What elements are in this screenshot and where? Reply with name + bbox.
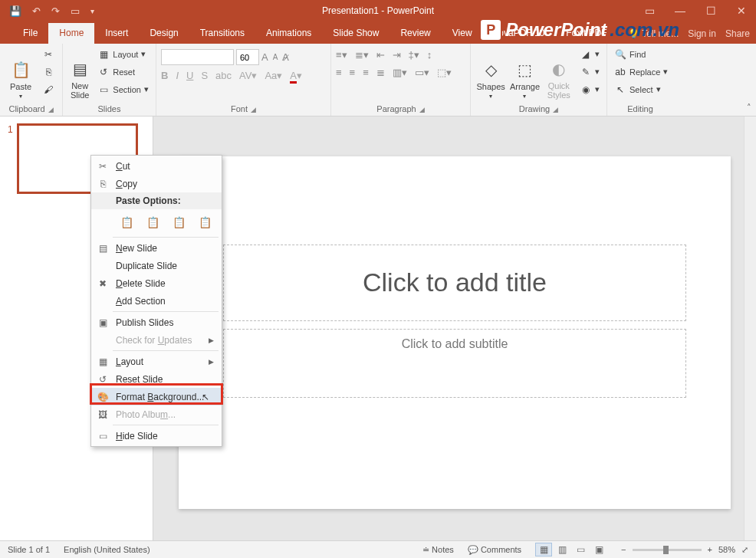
tab-review[interactable]: Review	[390, 23, 441, 44]
format-painter-button[interactable]: 🖌	[40, 81, 57, 97]
find-button[interactable]: 🔍Find	[612, 46, 670, 62]
shape-effects-button[interactable]: ◉▾	[577, 81, 602, 97]
reading-view-icon[interactable]: ▭	[572, 543, 589, 556]
tab-foxit[interactable]: Foxit PDF	[555, 23, 617, 44]
align-right-icon[interactable]: ≡	[363, 67, 369, 78]
comments-button[interactable]: 💬 Comments	[468, 545, 521, 555]
tab-insert[interactable]: Insert	[94, 23, 139, 44]
columns-icon[interactable]: ▥▾	[393, 67, 407, 78]
align-center-icon[interactable]: ≡	[350, 67, 356, 78]
slideshow-view-icon[interactable]: ▣	[590, 543, 607, 556]
indent-dec-icon[interactable]: ⇤	[376, 49, 385, 61]
fit-to-window-icon[interactable]: ⤢	[741, 545, 748, 555]
tab-design[interactable]: Design	[139, 23, 189, 44]
ctx-reset-slide[interactable]: ↺Reset Slide	[91, 370, 222, 388]
ctx-format-background[interactable]: 🎨Format Background...↖	[91, 388, 222, 405]
undo-icon[interactable]: ↶	[32, 5, 41, 17]
numbering-icon[interactable]: ≣▾	[355, 49, 369, 61]
redo-icon[interactable]: ↷	[51, 5, 60, 17]
ctx-duplicate-slide[interactable]: Duplicate Slide	[91, 257, 222, 274]
zoom-in-button[interactable]: +	[708, 545, 712, 554]
notes-button[interactable]: ≐ Notes	[422, 545, 454, 555]
tab-animations[interactable]: Animations	[255, 23, 322, 44]
ctx-layout[interactable]: ▦Layout▶	[91, 353, 222, 370]
font-size-input[interactable]	[236, 49, 259, 65]
vertical-scrollbar[interactable]	[744, 117, 756, 540]
start-from-beginning-icon[interactable]: ▭	[71, 5, 80, 17]
sign-in[interactable]: Sign in	[688, 28, 716, 39]
paragraph-launcher[interactable]: ◢	[416, 106, 425, 113]
tab-view[interactable]: View	[442, 23, 483, 44]
tab-novapdf[interactable]: novaPDF 10	[483, 23, 556, 44]
ctx-publish-slides[interactable]: ▣Publish Slides	[91, 313, 222, 331]
bullets-icon[interactable]: ≡▾	[336, 49, 347, 61]
justify-icon[interactable]: ≣	[376, 67, 385, 78]
save-icon[interactable]: 💾	[9, 5, 21, 17]
clear-format-icon[interactable]: A̷	[282, 51, 289, 63]
text-direction-icon[interactable]: ↕	[427, 49, 432, 61]
ribbon-display-icon[interactable]: ▭	[638, 5, 661, 17]
tab-transitions[interactable]: Transitions	[189, 23, 255, 44]
shadow-button[interactable]: S	[201, 70, 208, 81]
minimize-button[interactable]: —	[669, 5, 692, 17]
tab-slideshow[interactable]: Slide Show	[322, 23, 390, 44]
line-spacing-icon[interactable]: ‡▾	[409, 49, 419, 61]
ctx-delete-slide[interactable]: ✖Delete Slide	[91, 274, 222, 292]
font-launcher[interactable]: ◢	[248, 106, 256, 113]
paste-keep-source-icon[interactable]: 📋	[142, 212, 163, 232]
case-button[interactable]: Aa▾	[265, 70, 282, 81]
replace-button[interactable]: abReplace ▾	[612, 64, 670, 80]
strike-button[interactable]: abc	[215, 70, 232, 81]
title-placeholder[interactable]: Click to add title	[223, 245, 686, 321]
language-status[interactable]: English (United States)	[64, 545, 150, 554]
bold-button[interactable]: B	[161, 70, 168, 81]
subtitle-placeholder[interactable]: Click to add subtitle	[223, 329, 686, 398]
shrink-font-icon[interactable]: A	[273, 53, 278, 61]
maximize-button[interactable]: ☐	[699, 5, 722, 17]
close-button[interactable]: ✕	[730, 5, 753, 17]
shape-outline-button[interactable]: ✎▾	[577, 64, 602, 80]
ctx-add-section[interactable]: Add Section	[91, 292, 222, 310]
italic-button[interactable]: I	[176, 70, 179, 81]
drawing-launcher[interactable]: ◢	[550, 106, 558, 113]
sorter-view-icon[interactable]: ▥	[554, 543, 570, 556]
new-slide-button[interactable]: ▤ New Slide	[67, 46, 92, 100]
copy-button[interactable]: ⎘	[40, 64, 57, 80]
smartart-icon[interactable]: ⬚▾	[437, 67, 452, 78]
underline-button[interactable]: U	[186, 70, 193, 81]
cut-button[interactable]: ✂	[40, 46, 57, 62]
align-left-icon[interactable]: ≡	[336, 67, 342, 78]
section-button[interactable]: ▭Section ▾	[95, 81, 151, 97]
indent-inc-icon[interactable]: ⇥	[393, 49, 401, 61]
ctx-new-slide[interactable]: ▤New Slide	[91, 239, 222, 257]
grow-font-icon[interactable]: A	[261, 51, 268, 63]
arrange-button[interactable]: ⬚Arrange▾	[509, 46, 540, 100]
ctx-hide-slide[interactable]: ▭Hide Slide	[91, 427, 222, 445]
collapse-ribbon-icon[interactable]: ˄	[747, 103, 751, 113]
paste-picture-icon[interactable]: 📋	[168, 212, 189, 232]
layout-button[interactable]: ▦Layout ▾	[95, 46, 151, 62]
font-name-input[interactable]	[161, 49, 234, 65]
shape-fill-button[interactable]: ◢▾	[577, 46, 602, 62]
clipboard-launcher[interactable]: ◢	[45, 106, 54, 113]
ctx-copy[interactable]: ⎘Copy	[91, 175, 222, 192]
ctx-cut[interactable]: ✂Cut	[91, 157, 222, 175]
paste-button[interactable]: 📋 Paste ▾	[5, 46, 37, 100]
spacing-button[interactable]: AV▾	[239, 70, 257, 81]
zoom-level[interactable]: 58%	[718, 545, 735, 554]
zoom-slider[interactable]	[633, 549, 702, 551]
tab-file[interactable]: File	[12, 23, 48, 44]
tell-me[interactable]: 💡 Tell me...	[628, 28, 679, 39]
font-color-button[interactable]: A▾	[290, 70, 302, 81]
slide-counter[interactable]: Slide 1 of 1	[8, 545, 50, 554]
align-text-icon[interactable]: ▭▾	[415, 67, 429, 78]
qat-customize-icon[interactable]: ▾	[90, 7, 94, 15]
reset-button[interactable]: ↺Reset	[95, 64, 151, 80]
paste-dest-theme-icon[interactable]: 📋	[116, 212, 137, 232]
shapes-button[interactable]: ◇Shapes▾	[475, 46, 506, 100]
share-button[interactable]: Share	[725, 28, 750, 39]
select-button[interactable]: ↖Select ▾	[612, 81, 670, 97]
quick-styles-button[interactable]: ◐Quick Styles	[544, 46, 574, 100]
paste-text-only-icon[interactable]: 📋	[194, 212, 215, 232]
zoom-out-button[interactable]: −	[621, 545, 626, 554]
